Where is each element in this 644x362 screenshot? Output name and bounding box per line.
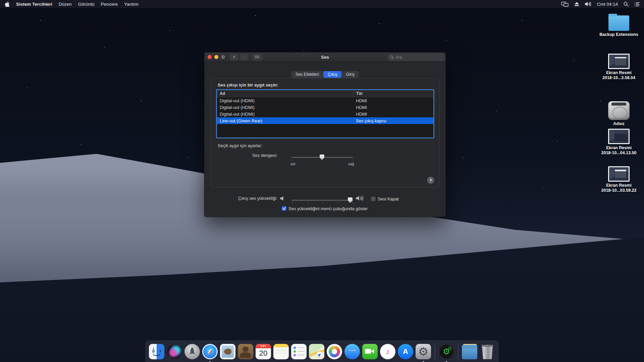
table-row-selected[interactable]: Line-out (Green Rear) Ses çıkış kapısı — [217, 117, 433, 124]
table-row[interactable]: Digital-out (HDMI) HDMI — [217, 111, 433, 117]
show-volume-in-menubar-checkbox[interactable] — [282, 206, 286, 211]
display-mirroring-icon[interactable] — [561, 2, 569, 7]
folder-icon — [608, 15, 629, 31]
dock-icon-messages[interactable] — [344, 344, 360, 359]
menu-clock[interactable]: Cmt 04:14 — [597, 2, 618, 7]
tab-giris[interactable]: Giriş — [341, 71, 359, 78]
sound-preferences-window: ‹ › Ses Ses Efektleri Çıkış Giriş Ses çı… — [204, 52, 446, 217]
column-header-ad[interactable]: Ad — [217, 91, 353, 96]
volume-tick — [323, 202, 323, 203]
desktop-item-label: Ekran Resmi — [606, 145, 632, 150]
eject-icon[interactable] — [574, 2, 579, 6]
output-device-table[interactable]: Ad Tür Digital-out (HDMI) HDMI Digital-o… — [216, 89, 434, 138]
search-icon — [390, 55, 394, 59]
device-section-label: Ses çıkışı için bir aygıt seçin: — [218, 82, 278, 87]
table-row[interactable]: Digital-out (HDMI) HDMI — [217, 104, 433, 111]
desktop-item-adsiz-disk[interactable]: Adsız — [594, 101, 644, 126]
forward-button: › — [240, 54, 249, 60]
device-type: Ses çıkış kapısı — [353, 118, 433, 123]
desktop-item-label: Adsız — [613, 121, 624, 126]
screenshot-thumbnail-icon — [608, 166, 630, 182]
balance-tick-right — [352, 160, 353, 161]
settings-section-label: Seçili aygıt için ayarlar: — [218, 143, 262, 148]
desktop-item-screenshot-3[interactable]: Ekran Resmi 2018-10...03.59.22 — [594, 166, 644, 193]
apple-menu-icon[interactable] — [5, 1, 10, 7]
device-name: Line-out (Green Rear) — [217, 118, 353, 123]
dock-icon-system-preferences[interactable]: ⚙ — [416, 344, 431, 359]
tab-cikis[interactable]: Çıkış — [323, 71, 341, 78]
notification-center-icon[interactable] — [634, 2, 640, 6]
dock-separator — [435, 343, 435, 360]
balance-label: Ses dengesi: — [218, 153, 277, 158]
menu-item-app[interactable]: Sistem Tercihleri — [16, 2, 52, 7]
dock-icon-calendar[interactable]: EKI 20 — [256, 344, 271, 359]
title-bar[interactable]: ‹ › Ses — [204, 52, 446, 62]
volume-tick — [338, 202, 338, 203]
desktop-item-label2: 2018-10...04.13.50 — [601, 150, 637, 155]
dock-icon-app-store[interactable]: A — [398, 344, 413, 359]
desktop-item-label2: 2018-10...3.58.04 — [602, 75, 635, 80]
search-input[interactable] — [395, 55, 442, 60]
dock-icon-downloads[interactable] — [462, 346, 477, 359]
menu-item-duzen[interactable]: Düzen — [59, 2, 72, 7]
spotlight-icon[interactable] — [624, 2, 629, 7]
zoom-button-disabled — [221, 55, 225, 59]
mute-checkbox[interactable] — [371, 196, 376, 201]
traffic-lights — [204, 55, 225, 59]
device-type: HDMI — [353, 105, 433, 110]
dock: EKI 20 ♪ A ⚙ ⚙⚙ — [146, 341, 498, 362]
balance-tick-left — [292, 160, 292, 161]
dock-icon-photos[interactable] — [327, 344, 342, 359]
screenshot-thumbnail-icon — [608, 54, 630, 69]
dock-icon-finder[interactable] — [149, 344, 164, 359]
tab-bar: Ses Efektleri Çıkış Giriş — [291, 71, 359, 78]
close-button[interactable] — [208, 55, 212, 59]
dock-icon-siri[interactable] — [167, 344, 182, 359]
volume-icon[interactable] — [585, 2, 591, 6]
volume-tick — [353, 202, 353, 203]
back-button[interactable]: ‹ — [230, 54, 238, 60]
table-header[interactable]: Ad Tür — [217, 90, 433, 97]
desktop-item-screenshot-2[interactable]: Ekran Resmi 2018-10...04.13.50 — [594, 129, 644, 156]
dock-icon-maps[interactable] — [309, 344, 324, 359]
balance-right-label: sağ — [348, 162, 354, 166]
menu-item-pencere[interactable]: Pencere — [101, 2, 118, 7]
dock-icon-notes[interactable] — [273, 344, 289, 359]
dock-icon-trash[interactable] — [481, 344, 494, 359]
volume-slider-track[interactable] — [291, 200, 353, 201]
volume-tick — [292, 202, 293, 203]
help-button[interactable]: ? — [427, 177, 434, 184]
menu-item-yardim[interactable]: Yardım — [124, 2, 139, 7]
volume-slider-thumb[interactable] — [348, 197, 353, 203]
device-name: Digital-out (HDMI) — [217, 98, 353, 103]
menu-bar: Sistem Tercihleri Düzen Görüntü Pencere … — [0, 0, 644, 8]
device-type: HDMI — [353, 112, 433, 117]
desktop-item-backup-extensions[interactable]: Backup Extensions — [594, 13, 644, 37]
dock-icon-safari[interactable] — [202, 344, 218, 359]
desktop-item-screenshot-1[interactable]: Ekran Resmi 2018-10...3.58.04 — [594, 54, 644, 80]
dock-icon-reminders[interactable] — [291, 344, 307, 359]
dock-icon-patcher-utility[interactable]: ⚙⚙ — [439, 344, 454, 359]
minimize-button[interactable] — [214, 55, 218, 59]
dock-icon-facetime[interactable] — [362, 344, 378, 359]
dock-icon-mail[interactable] — [220, 344, 235, 359]
screenshot-thumbnail-icon — [608, 129, 630, 144]
output-volume-label: Çıkış ses yüksekliği: — [218, 196, 277, 201]
dock-icon-itunes[interactable]: ♪ — [380, 344, 395, 359]
menu-item-goruntu[interactable]: Görüntü — [78, 2, 95, 7]
desktop-item-label: Ekran Resmi — [606, 183, 632, 188]
column-header-tur[interactable]: Tür — [353, 90, 433, 97]
device-name: Digital-out (HDMI) — [217, 112, 353, 117]
table-row[interactable]: Digital-out (HDMI) HDMI — [217, 97, 433, 104]
device-type: HDMI — [353, 98, 433, 103]
tab-ses-efektleri[interactable]: Ses Efektleri — [291, 71, 323, 78]
dock-icon-launchpad[interactable] — [184, 344, 200, 359]
dock-icon-contacts[interactable] — [238, 344, 253, 359]
show-all-grid-button[interactable] — [252, 54, 263, 60]
device-name: Digital-out (HDMI) — [217, 105, 353, 110]
search-field[interactable] — [388, 54, 444, 61]
calendar-day-label: 20 — [256, 348, 271, 358]
volume-tick — [308, 202, 308, 203]
speaker-quiet-icon — [280, 196, 285, 202]
calendar-month-label: EKI — [256, 344, 271, 348]
